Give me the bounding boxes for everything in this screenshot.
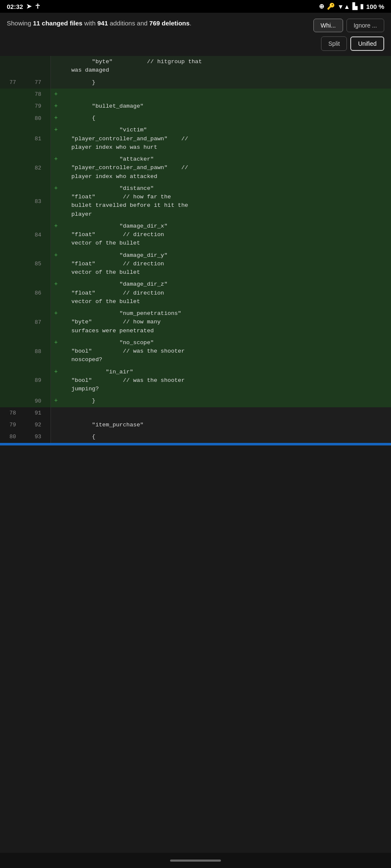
status-right: ⊕ 🔑 ▼▲ ▙ ▮ 100 % <box>319 3 384 10</box>
diff-sign <box>51 77 61 89</box>
line-num-old <box>0 183 25 220</box>
diff-code <box>61 89 391 100</box>
status-left: 02:32 ➤ ☥ <box>7 3 40 10</box>
diff-sign <box>51 419 61 431</box>
diff-sign: + <box>51 100 61 112</box>
diff-code: "in_air" "bool" // was the shooter jumpi… <box>61 366 391 395</box>
line-num-new: 88 <box>25 337 51 366</box>
diff-code <box>61 407 391 419</box>
line-num-old <box>0 89 25 100</box>
line-num-new: 84 <box>25 220 51 250</box>
battery-icon: ▮ <box>360 3 363 10</box>
signal-icon: ▙ <box>352 3 357 10</box>
location-icon: ➤ <box>26 3 32 10</box>
header-buttons-top: Whi... Ignore ... <box>313 19 384 32</box>
line-num-new: 80 <box>25 112 51 124</box>
diff-row: 87 + "num_penetrations" "byte" // how ma… <box>0 308 391 337</box>
time-display: 02:32 <box>7 3 23 10</box>
line-num-new: 83 <box>25 183 51 220</box>
line-num-new: 79 <box>25 100 51 112</box>
alarm-icon: ⊕ <box>319 3 324 10</box>
header: Showing 11 changed files with 941 additi… <box>0 13 391 56</box>
diff-row: 86 + "damage_dir_z" "float" // direction… <box>0 278 391 308</box>
diff-sign: + <box>51 278 61 308</box>
changed-files: 11 changed files <box>33 19 83 27</box>
line-num-old: 78 <box>0 407 25 419</box>
key-icon: 🔑 <box>327 3 335 10</box>
diff-row: 85 + "damage_dir_y" "float" // direction… <box>0 250 391 279</box>
diff-sign: + <box>51 220 61 250</box>
header-top: Showing 11 changed files with 941 additi… <box>7 19 384 32</box>
diff-code: "damage_dir_z" "float" // direction vect… <box>61 278 391 308</box>
diff-code: "num_penetrations" "byte" // how many su… <box>61 308 391 337</box>
line-num-new: 77 <box>25 77 51 89</box>
horizontal-scrollbar[interactable] <box>0 443 391 445</box>
unified-button[interactable]: Unified <box>350 36 384 51</box>
diff-code: { <box>61 112 391 124</box>
diff-code: } <box>61 395 391 407</box>
line-num-old <box>0 337 25 366</box>
diff-row: "byte" // hitgroup that was damaged <box>0 56 391 77</box>
line-num-old: 79 <box>0 419 25 431</box>
diff-sign: + <box>51 183 61 220</box>
whitespace-button[interactable]: Whi... <box>313 19 343 32</box>
diff-code: "no_scope" "bool" // was the shooter nos… <box>61 337 391 366</box>
line-num-old: 80 <box>0 431 25 443</box>
line-num-new: 92 <box>25 419 51 431</box>
diff-row: 80 93 { <box>0 431 391 443</box>
line-num-old <box>0 395 25 407</box>
status-bar: 02:32 ➤ ☥ ⊕ 🔑 ▼▲ ▙ ▮ 100 % <box>0 0 391 13</box>
line-num-old <box>0 366 25 395</box>
wifi-icon: ▼▲ <box>338 3 350 10</box>
line-num-new: 87 <box>25 308 51 337</box>
diff-row: 90 + } <box>0 395 391 407</box>
diff-row: 88 + "no_scope" "bool" // was the shoote… <box>0 337 391 366</box>
anarchy-icon: ☥ <box>35 3 40 10</box>
diff-container: "byte" // hitgroup that was damaged 77 7… <box>0 56 391 445</box>
diff-sign <box>51 407 61 419</box>
diff-code: "damage_dir_y" "float" // direction vect… <box>61 250 391 279</box>
header-info: Showing 11 changed files with 941 additi… <box>7 19 313 28</box>
diff-row: 78 91 <box>0 407 391 419</box>
diff-row: 84 + "damage_dir_x" "float" // direction… <box>0 220 391 250</box>
split-button[interactable]: Split <box>321 36 347 51</box>
line-num-new: 90 <box>25 395 51 407</box>
line-num-new <box>25 56 51 77</box>
diff-code: "distance" "float" // how far the bullet… <box>61 183 391 220</box>
diff-code: "bullet_damage" <box>61 100 391 112</box>
diff-sign: + <box>51 124 61 153</box>
diff-row: 79 + "bullet_damage" <box>0 100 391 112</box>
line-num-new: 82 <box>25 153 51 183</box>
diff-code: "byte" // hitgroup that was damaged <box>61 56 391 77</box>
ignore-button[interactable]: Ignore ... <box>346 19 384 32</box>
diff-code: "attacker" "player_controller_and_pawn" … <box>61 153 391 183</box>
line-num-old <box>0 278 25 308</box>
diff-row: 82 + "attacker" "player_controller_and_p… <box>0 153 391 183</box>
diff-row: 81 + "victim" "player_controller_and_paw… <box>0 124 391 153</box>
diff-sign: + <box>51 89 61 100</box>
nav-bar <box>0 853 391 868</box>
line-num-old <box>0 56 25 77</box>
nav-pill <box>170 860 221 862</box>
diff-sign: + <box>51 337 61 366</box>
line-num-new: 93 <box>25 431 51 443</box>
diff-row: 83 + "distance" "float" // how far the b… <box>0 183 391 220</box>
diff-row: 78 + <box>0 89 391 100</box>
line-num-new: 78 <box>25 89 51 100</box>
line-num-old <box>0 220 25 250</box>
line-num-old <box>0 112 25 124</box>
diff-code: } <box>61 77 391 89</box>
deletions-label: deletions <box>162 19 190 27</box>
diff-sign <box>51 431 61 443</box>
line-num-old <box>0 153 25 183</box>
diff-sign: + <box>51 308 61 337</box>
diff-sign: + <box>51 250 61 279</box>
diff-code: { <box>61 431 391 443</box>
diff-sign: + <box>51 153 61 183</box>
line-num-new: 89 <box>25 366 51 395</box>
line-num-new: 91 <box>25 407 51 419</box>
line-num-new: 81 <box>25 124 51 153</box>
diff-row: 89 + "in_air" "bool" // was the shooter … <box>0 366 391 395</box>
diff-row: 79 92 "item_purchase" <box>0 419 391 431</box>
diff-sign <box>51 56 61 77</box>
